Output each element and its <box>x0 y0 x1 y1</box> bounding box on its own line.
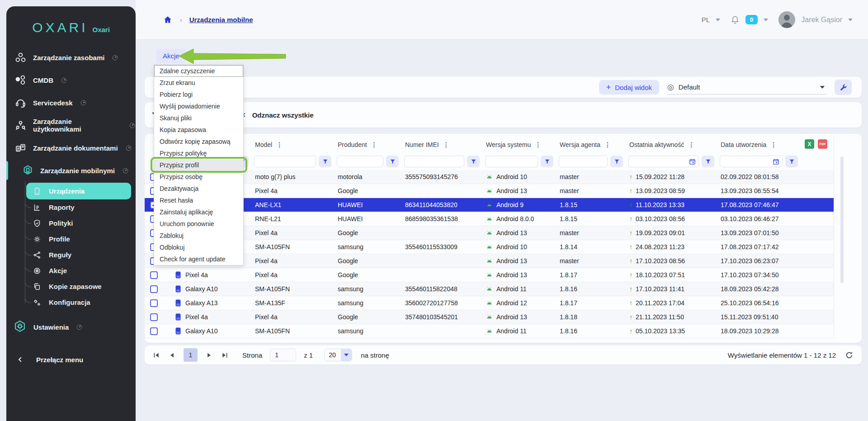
table-row[interactable]: RNE-L21 HUAWEI 868598035361538 Android 8… <box>145 212 834 226</box>
sidebar-toggle-menu[interactable]: Przełącz menu <box>6 348 136 371</box>
sidebar-item-dokumenty[interactable]: Zarządzanie dokumentami <box>6 137 136 159</box>
menu-item[interactable]: Dezaktywacja <box>154 183 243 194</box>
filter-input[interactable] <box>720 156 783 167</box>
kebab-icon[interactable]: ⋮ <box>443 141 449 148</box>
refresh-icon[interactable] <box>845 351 854 360</box>
akcje-button[interactable]: Akcje <box>156 49 186 63</box>
sidebar-item-urzadzenia[interactable]: Urządzenia <box>26 183 131 199</box>
table-row[interactable]: Pixel 4a Pixel 4a Google Android 13 mast… <box>145 254 834 268</box>
language-selector[interactable]: PL <box>702 16 710 24</box>
filter-input[interactable] <box>559 156 608 167</box>
kebab-icon[interactable]: ⋮ <box>604 141 611 148</box>
kebab-icon[interactable]: ⋮ <box>770 141 777 148</box>
funnel-button[interactable] <box>541 156 553 167</box>
export-pdf-icon[interactable]: PDF <box>818 139 827 149</box>
cell-vendor: HUAWEI <box>336 215 403 222</box>
table-row[interactable]: Galaxy A13 SM-A135F samsung 356002720127… <box>145 296 834 310</box>
avatar[interactable] <box>778 11 795 28</box>
filter-input[interactable] <box>254 156 316 167</box>
bell-icon[interactable] <box>731 15 740 25</box>
filter-input[interactable] <box>404 156 464 167</box>
funnel-button[interactable] <box>319 156 331 167</box>
menu-item[interactable]: Zdalne czyszczenie <box>154 65 243 77</box>
sidebar-item-zasoby[interactable]: Zarządzanie zasobami <box>6 46 136 69</box>
funnel-button[interactable] <box>386 156 399 167</box>
chevron-down-icon[interactable] <box>764 19 768 21</box>
cell-created: 17.08.2023 07:46:47 <box>719 201 802 208</box>
breadcrumb-link[interactable]: Urządzenia mobilne <box>189 16 253 24</box>
home-icon[interactable] <box>163 15 173 25</box>
table-row[interactable]: Galaxy A10 SM-A105FN samsung Android 11 … <box>145 324 834 338</box>
cell-last-activity: 17.10.2023 11:41 <box>636 285 684 293</box>
filter-input[interactable] <box>485 156 538 167</box>
export-excel-icon[interactable]: X <box>805 139 814 149</box>
menu-item[interactable]: Zrzut ekranu <box>154 77 243 89</box>
menu-item[interactable]: Kopia zapasowa <box>154 124 243 136</box>
menu-item[interactable]: Check for agent update <box>154 253 243 265</box>
cell-last-activity: 24.08.2023 11:23 <box>636 243 684 251</box>
sidebar-item-uzytkownicy[interactable]: Zarządzanie użytkownikami <box>6 114 136 137</box>
row-checkbox[interactable] <box>150 285 158 293</box>
deselect-all-button[interactable]: × Odznacz wszystkie <box>241 110 314 119</box>
row-checkbox[interactable] <box>150 271 158 279</box>
sidebar-item-cmdb[interactable]: CMDB <box>6 69 136 91</box>
menu-item[interactable]: Pobierz logi <box>154 89 243 100</box>
menu-item[interactable]: Uruchom ponownie <box>154 218 243 230</box>
chevron-down-icon[interactable] <box>848 19 853 21</box>
view-select[interactable]: ◎ Default <box>667 80 826 95</box>
menu-item[interactable]: Wyślij powiadomienie <box>154 100 243 112</box>
table-row[interactable]: Galaxy A10 SM-A105FN samsung 35546011582… <box>145 282 834 296</box>
reports-icon <box>33 203 42 212</box>
table-row[interactable]: Pixel 4a Pixel 4a Google 357480103545201… <box>145 310 834 324</box>
table-row[interactable]: Pixel 4a Pixel 4a Google Android 13 1.8.… <box>145 268 834 282</box>
menu-item[interactable]: Przypisz osobę <box>154 171 243 183</box>
menu-item[interactable]: Przypisz profil <box>154 159 243 171</box>
calendar-icon[interactable] <box>689 158 696 166</box>
funnel-button[interactable] <box>785 156 798 167</box>
row-checkbox[interactable] <box>150 327 158 335</box>
menu-item[interactable]: Skanuj pliki <box>154 112 243 124</box>
funnel-button[interactable] <box>610 156 623 167</box>
table-row[interactable]: Pixel 4a Google Android 13 master ↑ 19.0… <box>145 226 834 240</box>
kebab-icon[interactable]: ⋮ <box>688 141 694 148</box>
table-row[interactable]: ANE-LX1 HUAWEI 863411044053820 Android 9… <box>145 198 834 212</box>
current-page-button[interactable]: 1 <box>184 348 198 362</box>
kebab-icon[interactable]: ⋮ <box>535 141 541 148</box>
page-input[interactable] <box>270 349 296 361</box>
menu-item[interactable]: Odblokuj <box>154 241 243 253</box>
user-name[interactable]: Jarek Gąsior <box>801 16 842 24</box>
row-checkbox[interactable] <box>150 299 158 307</box>
next-page-icon[interactable] <box>205 352 213 359</box>
gauge-icon <box>125 145 132 151</box>
row-checkbox[interactable] <box>150 313 158 321</box>
menu-item[interactable]: Zainstaluj aplikację <box>154 206 243 218</box>
cell-agent: 1.8.17 <box>558 299 627 307</box>
kebab-icon[interactable]: ⋮ <box>371 141 377 148</box>
cell-model: SM-A105FN <box>253 285 336 293</box>
sidebar-item-servicedesk[interactable]: Servicedesk <box>6 91 136 114</box>
page-size-select[interactable]: 20 <box>324 349 352 361</box>
table-row[interactable]: Pixel 4a Google Android 13 master ↑ 13.0… <box>145 184 834 198</box>
menu-item[interactable]: Odtwórz kopię zapasową <box>154 136 243 147</box>
menu-item[interactable]: Zablokuj <box>154 230 243 241</box>
add-view-button[interactable]: + Dodaj widok <box>599 80 659 95</box>
vertical-scrollbar[interactable] <box>840 156 844 283</box>
table-row[interactable]: SM-A105FN samsung 355460115533009 Androi… <box>145 240 834 254</box>
chevron-down-icon <box>820 86 825 89</box>
last-page-icon[interactable] <box>221 352 228 359</box>
calendar-icon[interactable] <box>772 158 780 166</box>
sidebar-item-mobilne[interactable]: Zarządzanie mobilnymi <box>6 159 136 182</box>
prev-page-icon[interactable] <box>168 352 176 359</box>
sidebar-item-konfiguracja[interactable]: Konfiguracja <box>6 294 136 310</box>
kebab-icon[interactable]: ⋮ <box>276 141 283 148</box>
table-row[interactable]: moto g(7) plus motorola 355575093145276 … <box>145 170 834 184</box>
funnel-button[interactable] <box>702 156 714 167</box>
filter-input[interactable] <box>628 156 699 167</box>
filter-input[interactable] <box>337 156 383 167</box>
menu-item[interactable]: Przypisz politykę <box>154 147 243 159</box>
first-page-icon[interactable] <box>153 352 160 359</box>
funnel-button[interactable] <box>467 156 480 167</box>
sidebar-item-ustawienia[interactable]: Ustawienia <box>6 316 136 338</box>
menu-item[interactable]: Reset hasła <box>154 194 243 206</box>
configure-views-button[interactable] <box>835 80 852 95</box>
